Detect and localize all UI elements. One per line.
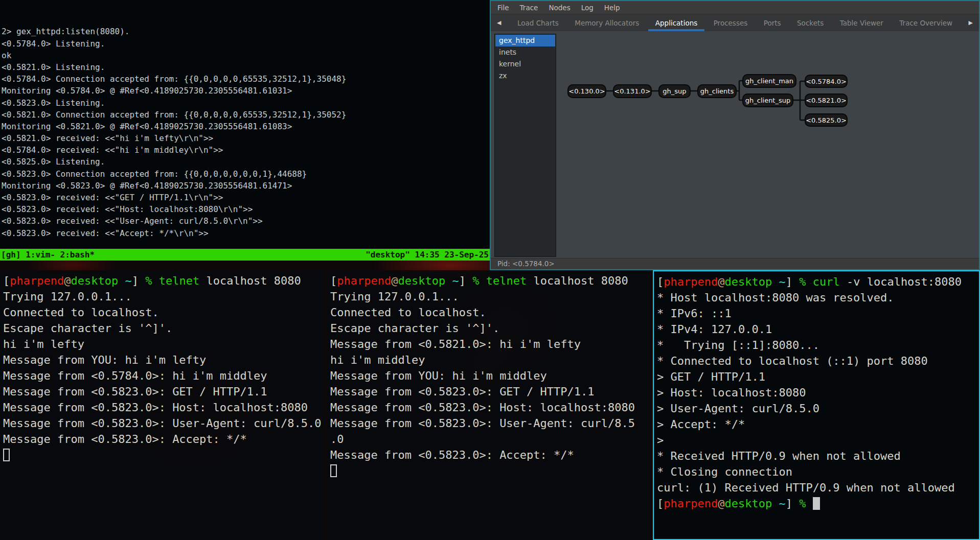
terminal-line: * IPv6: ::1 bbox=[657, 306, 979, 321]
terminal-line: .0 bbox=[330, 431, 651, 447]
tmux-status-bar: [gh] 1:vim- 2:bash* "desktop" 14:35 23-S… bbox=[0, 249, 490, 261]
terminal-line: Message from <0.5823.0>: Host: localhost… bbox=[330, 400, 651, 415]
terminal-line: Message from <0.5823.0>: Host: localhost… bbox=[3, 400, 325, 415]
terminal-line: Message from <0.5823.0>: User-Agent: cur… bbox=[3, 415, 325, 431]
tab-load-charts[interactable]: Load Charts bbox=[517, 14, 559, 31]
terminal-pane-curl-focused[interactable]: [pharpend@desktop ~] % curl -v localhost… bbox=[653, 270, 980, 540]
terminal-line: Connected to localhost. bbox=[330, 304, 651, 320]
observer-tabbar: ◀ Load ChartsMemory AllocatorsApplicatio… bbox=[491, 14, 979, 31]
terminal-line: * IPv4: 127.0.0.1 bbox=[657, 321, 979, 337]
tab-sockets[interactable]: Sockets bbox=[797, 14, 824, 31]
terminal-line: <0.5821.0> Listening. bbox=[2, 61, 490, 73]
tmux-host-clock: "desktop" 14:35 23-Sep-25 bbox=[366, 250, 489, 260]
terminal-line: Monitoring <0.5784.0> @ #Ref<0.418902573… bbox=[2, 85, 490, 97]
supervision-tree-diagram: <0.130.0><0.131.0>gh_supgh_clientsgh_cli… bbox=[491, 32, 979, 258]
terminal-line: <0.5823.0> received: <<"Host: localhost:… bbox=[2, 203, 490, 215]
tab-table-viewer[interactable]: Table Viewer bbox=[840, 14, 883, 31]
terminal-line: > GET / HTTP/1.1 bbox=[657, 369, 979, 385]
tree-node-0-5825-0[interactable]: <0.5825.0> bbox=[805, 113, 848, 127]
terminal-line: <0.5823.0> received: <<"User-Agent: curl… bbox=[2, 215, 490, 227]
tmux-session-windows: [gh] 1:vim- 2:bash* bbox=[1, 250, 95, 260]
terminal-line: <0.5823.0> received: <<"Accept: */*\r\n"… bbox=[2, 227, 490, 239]
menu-item-file[interactable]: File bbox=[497, 4, 509, 12]
terminal-line: <0.5823.0> received: <<"GET / HTTP/1.1\r… bbox=[2, 192, 490, 203]
menu-item-trace[interactable]: Trace bbox=[520, 4, 538, 12]
tab-memory-allocators[interactable]: Memory Allocators bbox=[575, 14, 639, 31]
terminal-line: [pharpend@desktop ~] % telnet localhost … bbox=[3, 273, 325, 289]
terminal-line: Connected to localhost. bbox=[3, 304, 325, 320]
tree-node-gh-client-man[interactable]: gh_client_man bbox=[742, 74, 796, 88]
terminal-line: > User-Agent: curl/8.5.0 bbox=[657, 401, 979, 416]
menu-item-nodes[interactable]: Nodes bbox=[549, 4, 570, 12]
terminal-line bbox=[3, 447, 325, 463]
terminal-line: Message from <0.5784.0>: hi i'm middley bbox=[3, 368, 325, 384]
terminal-line: > Accept: */* bbox=[657, 416, 979, 432]
terminal-cursor-hollow bbox=[330, 464, 337, 477]
terminal-line: Message from <0.5823.0>: GET / HTTP/1.1 bbox=[330, 384, 651, 400]
terminal-line: <0.5821.0> received: <<"hi i'm lefty\r\n… bbox=[2, 132, 490, 144]
terminal-line: <0.5784.0> Connection accepted from: {{0… bbox=[2, 73, 490, 85]
terminal-line: Escape character is '^]'. bbox=[330, 320, 651, 336]
terminal-line: ok bbox=[2, 50, 490, 61]
tree-node-0-5784-0[interactable]: <0.5784.0> bbox=[805, 75, 848, 88]
terminal-pane-telnet-middley[interactable]: [pharpend@desktop ~] % telnet localhost … bbox=[327, 270, 651, 540]
terminal-line: * Trying [::1]:8080... bbox=[657, 337, 979, 353]
desktop: 2> gex_httpd:listen(8080).<0.5784.0> Lis… bbox=[0, 0, 980, 540]
observer-menubar: FileTraceNodesLogHelp bbox=[491, 1, 979, 14]
tab-applications[interactable]: Applications bbox=[655, 14, 697, 31]
tree-node-0-131-0[interactable]: <0.131.0> bbox=[613, 84, 652, 98]
tab-scroll-right-icon[interactable]: ▶ bbox=[969, 14, 973, 31]
tab-ports[interactable]: Ports bbox=[764, 14, 781, 31]
terminal-line: * Connected to localhost (::1) port 8080 bbox=[657, 353, 979, 369]
terminal-line: hi i'm middley bbox=[330, 352, 651, 368]
tree-node-0-5821-0[interactable]: <0.5821.0> bbox=[805, 93, 848, 107]
terminal-line: > bbox=[657, 432, 979, 448]
terminal-line: [pharpend@desktop ~] % bbox=[657, 496, 979, 511]
terminal-line: Message from <0.5823.0>: GET / HTTP/1.1 bbox=[3, 384, 325, 400]
tab-trace-overview[interactable]: Trace Overview bbox=[899, 14, 952, 31]
terminal-line: * Host localhost:8080 was resolved. bbox=[657, 290, 979, 306]
menu-item-help[interactable]: Help bbox=[604, 4, 620, 12]
terminal-cursor-solid bbox=[813, 497, 820, 510]
terminal-line: Monitoring <0.5823.0> @ #Ref<0.418902573… bbox=[2, 180, 490, 192]
terminal-line: [pharpend@desktop ~] % telnet localhost … bbox=[330, 273, 651, 289]
tab-processes[interactable]: Processes bbox=[714, 14, 748, 31]
terminal-pane-telnet-lefty[interactable]: [pharpend@desktop ~] % telnet localhost … bbox=[0, 270, 325, 540]
erlang-shell-output: 2> gex_httpd:listen(8080).<0.5784.0> Lis… bbox=[2, 26, 490, 239]
terminal-line: <0.5784.0> received: <<"hi i'm middley\r… bbox=[2, 144, 490, 156]
terminal-line: Message from YOU: hi i'm lefty bbox=[3, 352, 325, 368]
tree-node-gh-client-sup[interactable]: gh_client_sup bbox=[742, 93, 793, 107]
terminal-line: <0.5821.0> Connection accepted from: {{0… bbox=[2, 109, 490, 121]
terminal-line: Monitoring <0.5821.0> @ #Ref<0.418902573… bbox=[2, 121, 490, 132]
terminal-line bbox=[330, 463, 651, 479]
terminal-line: <0.5823.0> Listening. bbox=[2, 97, 490, 109]
observer-window: FileTraceNodesLogHelp ◀ Load ChartsMemor… bbox=[490, 0, 980, 270]
terminal-line: Escape character is '^]'. bbox=[3, 320, 325, 336]
terminal-line: Message from <0.5823.0>: Accept: */* bbox=[330, 447, 651, 463]
tree-node-gh-clients[interactable]: gh_clients bbox=[697, 84, 737, 98]
terminal-line: Message from YOU: hi i'm middley bbox=[330, 368, 651, 384]
terminal-line: > Host: localhost:8080 bbox=[657, 385, 979, 401]
observer-status-bar: Pid: <0.5784.0> bbox=[491, 258, 979, 269]
terminal-line: 2> gex_httpd:listen(8080). bbox=[2, 26, 490, 37]
tab-scroll-left-icon[interactable]: ◀ bbox=[497, 14, 501, 31]
selected-pid-label: Pid: <0.5784.0> bbox=[497, 260, 555, 268]
terminal-line: Message from <0.5823.0>: User-Agent: cur… bbox=[330, 415, 651, 431]
erlang-shell-terminal[interactable]: 2> gex_httpd:listen(8080).<0.5784.0> Lis… bbox=[0, 0, 490, 249]
tree-node-gh-sup[interactable]: gh_sup bbox=[658, 84, 691, 98]
terminal-line: <0.5784.0> Listening. bbox=[2, 38, 490, 50]
terminal-line: Message from <0.5821.0>: hi i'm lefty bbox=[330, 336, 651, 352]
terminal-line: Message from <0.5823.0>: Accept: */* bbox=[3, 431, 325, 447]
terminal-line: <0.5825.0> Listening. bbox=[2, 156, 490, 168]
observer-applications-panel: gex_httpdinetskernelzx <0.130.0><0.131.0… bbox=[491, 32, 979, 258]
terminal-line: * Closing connection bbox=[657, 464, 979, 480]
terminal-line: curl: (1) Received HTTP/0.9 when not all… bbox=[657, 480, 979, 496]
terminal-line: [pharpend@desktop ~] % curl -v localhost… bbox=[657, 274, 979, 290]
menu-item-log[interactable]: Log bbox=[581, 4, 594, 12]
terminal-line: Trying 127.0.0.1... bbox=[330, 289, 651, 304]
tree-node-0-130-0[interactable]: <0.130.0> bbox=[567, 84, 606, 98]
terminal-cursor-hollow bbox=[3, 449, 10, 461]
terminal-line: Trying 127.0.0.1... bbox=[3, 289, 325, 304]
terminal-line: <0.5823.0> Connection accepted from: {{0… bbox=[2, 168, 490, 180]
terminal-line: hi i'm lefty bbox=[3, 336, 325, 352]
